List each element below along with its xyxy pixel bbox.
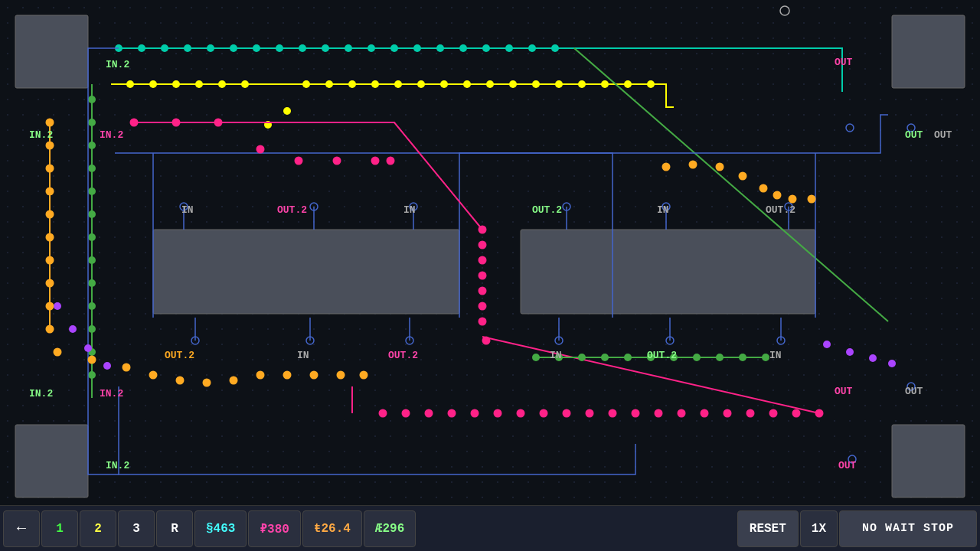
label-in-b1: IN xyxy=(297,350,309,361)
svg-point-15 xyxy=(459,44,467,52)
svg-point-4 xyxy=(207,44,214,52)
svg-point-103 xyxy=(54,348,62,357)
svg-point-108 xyxy=(203,379,211,387)
box-center-right xyxy=(521,230,815,314)
svg-point-49 xyxy=(88,210,96,218)
tabr-button[interactable]: R xyxy=(156,510,193,547)
svg-point-61 xyxy=(295,157,303,165)
circuit-svg: IN.2 IN.2 IN.2 IN OUT.2 IN OUT.2 IN OUT.… xyxy=(0,0,980,505)
svg-point-86 xyxy=(678,409,686,418)
svg-point-44 xyxy=(88,96,96,103)
svg-point-31 xyxy=(371,80,379,88)
svg-point-18 xyxy=(528,44,536,52)
svg-point-116 xyxy=(689,161,697,169)
svg-point-125 xyxy=(84,344,92,352)
svg-point-79 xyxy=(517,409,525,418)
reset-button[interactable]: RESET xyxy=(737,510,799,547)
svg-point-56 xyxy=(88,371,96,379)
stat2-display: ₽380 xyxy=(248,510,300,547)
svg-point-9 xyxy=(322,44,329,52)
game-area: IN.2 IN.2 IN.2 IN OUT.2 IN OUT.2 IN OUT.… xyxy=(0,0,980,505)
svg-point-40 xyxy=(578,80,586,88)
svg-point-51 xyxy=(88,256,96,264)
svg-point-109 xyxy=(230,377,238,385)
svg-point-75 xyxy=(425,409,433,418)
svg-point-46 xyxy=(88,142,96,149)
yellow-dots xyxy=(126,80,655,129)
top-center-circle xyxy=(780,6,789,15)
svg-point-120 xyxy=(773,191,782,200)
svg-point-113 xyxy=(337,371,345,380)
svg-point-7 xyxy=(276,44,283,52)
svg-point-27 xyxy=(283,107,291,115)
svg-point-36 xyxy=(486,80,494,88)
svg-point-66 xyxy=(479,241,487,249)
svg-point-42 xyxy=(624,80,632,88)
label-in2-left: IN.2 xyxy=(29,129,53,141)
svg-point-45 xyxy=(88,119,96,126)
svg-point-17 xyxy=(505,44,513,52)
blue-circle-tr1 xyxy=(846,124,854,132)
label-in-b2: IN xyxy=(550,350,562,361)
label-out-top: OUT xyxy=(835,57,853,68)
label-in2-top: IN.2 xyxy=(106,59,129,70)
back-button[interactable]: ← xyxy=(3,510,40,547)
label-in-c1: IN xyxy=(181,204,194,216)
svg-point-33 xyxy=(417,80,425,88)
svg-point-67 xyxy=(479,256,487,265)
svg-point-127 xyxy=(823,341,831,348)
box-topright xyxy=(892,15,965,88)
svg-point-14 xyxy=(436,44,444,52)
blue-route-bot xyxy=(119,386,635,474)
svg-point-41 xyxy=(601,80,609,88)
svg-point-10 xyxy=(345,44,352,52)
svg-point-104 xyxy=(88,356,96,364)
label-out2-c1: OUT.2 xyxy=(277,204,307,216)
svg-point-83 xyxy=(609,409,617,418)
svg-point-122 xyxy=(808,195,816,204)
label-in2-left2: IN.2 xyxy=(100,129,123,141)
svg-point-62 xyxy=(333,157,341,165)
tab2-button[interactable]: 2 xyxy=(80,510,116,547)
svg-point-105 xyxy=(122,364,131,372)
svg-point-48 xyxy=(88,187,96,195)
tab1-button[interactable]: 1 xyxy=(41,510,78,547)
svg-point-29 xyxy=(325,80,333,88)
label-in2-bl: IN.2 xyxy=(29,388,53,399)
yellow-line xyxy=(111,84,674,107)
svg-point-90 xyxy=(769,409,778,418)
svg-point-124 xyxy=(69,325,77,333)
speed-button[interactable]: 1X xyxy=(800,510,838,547)
svg-point-13 xyxy=(413,44,421,52)
svg-point-52 xyxy=(88,279,96,287)
svg-point-2 xyxy=(161,44,168,52)
svg-point-8 xyxy=(299,44,306,52)
svg-point-43 xyxy=(647,80,655,88)
svg-point-47 xyxy=(88,165,96,172)
label-in2-bot: IN.2 xyxy=(106,460,129,471)
svg-point-28 xyxy=(302,80,310,88)
pink-line-bot xyxy=(482,337,819,413)
box-center-left xyxy=(153,230,459,314)
svg-point-25 xyxy=(241,80,249,88)
svg-point-110 xyxy=(256,371,265,380)
svg-point-64 xyxy=(387,157,395,165)
svg-point-77 xyxy=(471,409,479,418)
svg-point-111 xyxy=(283,371,292,380)
stat3-display: ŧ26.4 xyxy=(302,510,362,547)
tab3-button[interactable]: 3 xyxy=(118,510,155,547)
svg-point-22 xyxy=(172,80,180,88)
svg-point-20 xyxy=(126,80,134,88)
svg-point-38 xyxy=(532,80,540,88)
label-out2-b2: OUT.2 xyxy=(388,350,418,361)
svg-point-70 xyxy=(479,302,487,311)
box-bottomleft xyxy=(15,425,88,497)
svg-point-12 xyxy=(390,44,398,52)
svg-point-129 xyxy=(869,354,877,362)
nowait-button[interactable]: NO WAIT STOP xyxy=(839,510,977,547)
svg-point-88 xyxy=(724,409,732,418)
label-out-br1: OUT xyxy=(835,386,853,397)
svg-point-54 xyxy=(88,325,96,333)
stat4-display: Æ296 xyxy=(364,510,416,547)
svg-point-123 xyxy=(54,302,61,310)
